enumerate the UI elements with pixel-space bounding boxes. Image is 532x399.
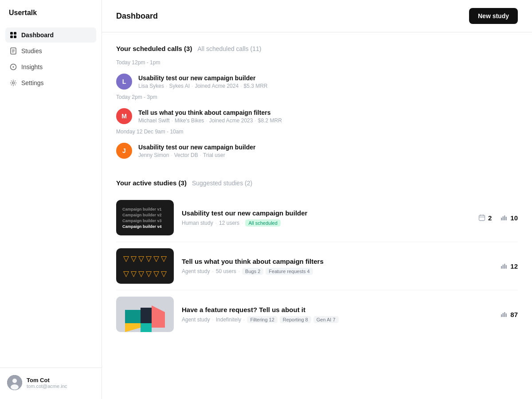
study-card-3[interactable]: Have a feature request? Tell us about it… <box>116 290 518 338</box>
person-name: Jenny Simon <box>138 152 169 158</box>
study-thumbnail <box>116 297 174 332</box>
study-title: Have a feature request? Tell us about it <box>182 306 493 313</box>
study-thumbnail: Campaign builder v1 Campaign builder v2 … <box>116 200 174 235</box>
dot: · <box>212 317 213 323</box>
user-name: Tom Cot <box>27 377 67 383</box>
sidebar-item-studies[interactable]: Studies <box>5 43 96 59</box>
call-item[interactable]: M Tell us what you think about campaign … <box>116 104 518 129</box>
call-title: Tell us what you think about campaign fi… <box>138 109 518 116</box>
filter-icon: ▽ <box>138 269 144 278</box>
dot: · <box>212 268 213 274</box>
bar-stat: 10 <box>501 214 518 222</box>
filter-icon: ▽ <box>161 269 167 278</box>
studies-icon <box>10 47 17 55</box>
insights-icon <box>10 63 17 70</box>
filter-icon: ▽ <box>123 254 129 263</box>
bar-stat: 87 <box>501 311 518 318</box>
blocks-svg <box>116 297 174 332</box>
bar-icon <box>501 262 508 270</box>
study-thumbnail: ▽ ▽ ▽ ▽ ▽ ▽ ▽ ▽ ▽ ▽ ▽ ▽ <box>116 248 174 284</box>
call-meta: Lisa Sykes · Sykes AI · Joined Acme 2024… <box>138 83 518 89</box>
call-title: Usability test our new campaign builder <box>138 144 518 151</box>
main-header: Dashboard New study <box>102 0 532 32</box>
call-info: Usability test our new campaign builder … <box>138 144 518 158</box>
dot: · <box>243 317 245 323</box>
suggested-studies-link[interactable]: Suggested studies (2) <box>192 180 252 187</box>
tag-filtering: Filtering 12 <box>247 316 277 323</box>
avatar: L <box>116 74 132 90</box>
filter-icon: ▽ <box>131 254 137 263</box>
thumb-line: Campaign builder v1 <box>122 207 162 211</box>
svg-rect-35 <box>506 313 507 317</box>
call-group-1: Today 12pm - 1pm L Usability test our ne… <box>116 59 518 94</box>
thumb-line-bold: Campaign builder v4 <box>122 224 162 229</box>
svg-rect-31 <box>141 323 152 332</box>
scheduled-calls-section: Your scheduled calls (3) All scheduled c… <box>116 45 518 163</box>
all-scheduled-calls-link[interactable]: All scheduled calls (11) <box>197 45 261 52</box>
svg-rect-1 <box>14 32 16 35</box>
sidebar-item-label: Dashboard <box>21 31 54 39</box>
call-item[interactable]: J Usability test our new campaign builde… <box>116 138 518 163</box>
svg-rect-34 <box>504 312 505 317</box>
sidebar: Usertalk Dashboard Studies <box>0 0 102 399</box>
dot: · <box>171 152 172 158</box>
svg-point-13 <box>11 384 19 390</box>
sidebar-item-label: Settings <box>21 79 44 86</box>
svg-rect-33 <box>503 313 504 317</box>
campaign-thumbnail: Campaign builder v1 Campaign builder v2 … <box>116 200 174 235</box>
svg-rect-2 <box>10 35 13 38</box>
svg-rect-0 <box>10 32 13 35</box>
company: Sykes AI <box>169 83 190 89</box>
mrr: $5.3 MRR <box>244 83 268 89</box>
study-card-2[interactable]: ▽ ▽ ▽ ▽ ▽ ▽ ▽ ▽ ▽ ▽ ▽ ▽ Tell <box>116 242 518 290</box>
svg-rect-19 <box>503 216 504 220</box>
calendar-count: 2 <box>488 214 492 222</box>
new-study-button[interactable]: New study <box>469 8 518 24</box>
calendar-stat: 2 <box>478 214 492 222</box>
scheduled-calls-title: Your scheduled calls (3) <box>116 45 192 52</box>
sidebar-item-insights[interactable]: Insights <box>5 59 96 74</box>
call-item[interactable]: L Usability test our new campaign builde… <box>116 69 518 94</box>
study-meta: Agent study · 50 users · Bugs 2 Feature … <box>182 268 493 275</box>
filter-icon: ▽ <box>153 254 159 263</box>
active-studies-title: Your active studies (3) <box>116 179 187 187</box>
active-studies-section: Your active studies (3) Suggested studie… <box>116 179 518 338</box>
joined: Joined Acme 2024 <box>195 83 239 89</box>
scheduled-calls-header: Your scheduled calls (3) All scheduled c… <box>116 45 518 52</box>
tag-bugs: Bugs 2 <box>242 268 263 275</box>
sidebar-item-label: Studies <box>21 47 42 55</box>
dot: · <box>254 117 256 124</box>
study-type: Agent study <box>182 268 210 274</box>
sidebar-nav: Dashboard Studies Insights <box>0 24 102 368</box>
dot: · <box>192 83 193 89</box>
bar-count: 12 <box>510 262 518 270</box>
study-stats: 12 <box>501 262 518 270</box>
dot: · <box>206 117 207 124</box>
calendar-icon <box>478 214 485 221</box>
filter-icon: ▽ <box>153 269 159 278</box>
study-users: 50 users <box>216 268 236 274</box>
avatar <box>7 375 22 390</box>
call-info: Usability test our new campaign builder … <box>138 74 518 89</box>
svg-point-9 <box>13 66 14 68</box>
sidebar-footer: Tom Cot tom.cot@acme.inc <box>0 368 102 399</box>
dot: · <box>239 268 240 274</box>
svg-rect-23 <box>503 265 504 269</box>
sidebar-item-dashboard[interactable]: Dashboard <box>5 27 96 43</box>
dot: · <box>215 220 217 226</box>
study-type: Human study <box>182 220 213 226</box>
filter-icon: ▽ <box>138 254 144 263</box>
study-card-1[interactable]: Campaign builder v1 Campaign builder v2 … <box>116 194 518 242</box>
bar-icon <box>501 311 508 318</box>
avatar: M <box>116 108 132 124</box>
sidebar-item-settings[interactable]: Settings <box>5 75 96 90</box>
tag-feature: Feature requests 4 <box>266 268 313 275</box>
thumb-line: Campaign builder v3 <box>122 219 162 223</box>
dot: · <box>200 152 201 158</box>
study-users: Indefinitely <box>216 317 241 323</box>
filter-icon: ▽ <box>123 269 129 278</box>
bar-stat: 12 <box>501 262 518 270</box>
tag-genai: Gen AI 7 <box>313 316 339 323</box>
page-title: Dashboard <box>116 12 158 21</box>
user-email: tom.cot@acme.inc <box>27 383 67 389</box>
